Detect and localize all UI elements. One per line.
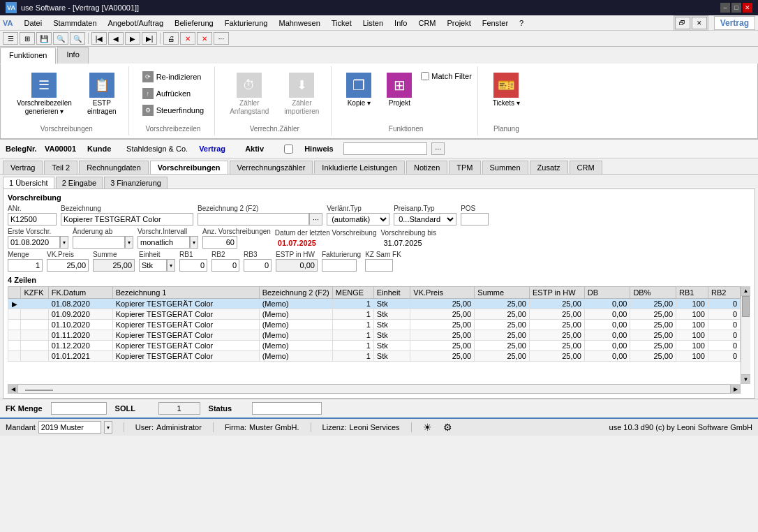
rb1-input[interactable]	[179, 259, 207, 272]
btn-kopie[interactable]: ❐ Kopie ▾	[340, 69, 378, 111]
table-row[interactable]: 01.12.2020 Kopierer TESTGERÄT Color (Mem…	[8, 341, 741, 351]
bezeichnung-input[interactable]	[61, 213, 193, 226]
btn-steuerfindung[interactable]: ⚙ Steuerfindung	[138, 103, 209, 118]
menu-datei[interactable]: Datei	[18, 17, 47, 29]
toolbar-cancel-btn[interactable]: ✕	[197, 32, 212, 45]
menu-fenster[interactable]: Fenster	[477, 17, 514, 29]
anz-vorschreibungen-input[interactable]	[202, 236, 237, 249]
menu-help[interactable]: ?	[514, 17, 529, 29]
btn-vorschreibezeilen[interactable]: ☰ Vorschreibezeilengenerieren ▾	[10, 69, 78, 119]
btn-zaehler-importieren[interactable]: ⬇ Zählerimportieren	[278, 69, 325, 119]
tab-teil2[interactable]: Teil 2	[44, 161, 77, 174]
menu-listen[interactable]: Listen	[357, 17, 389, 29]
subtab-uebersicht[interactable]: 1 Übersicht	[3, 177, 54, 189]
toolbar-search2-btn[interactable]: 🔍	[70, 32, 85, 45]
toolbar-list-btn[interactable]: ☰	[3, 32, 18, 45]
menu-mahnwesen[interactable]: Mahnwesen	[273, 17, 325, 29]
status-input[interactable]	[252, 402, 322, 415]
vorschr-intervall-input[interactable]	[138, 236, 190, 249]
match-filter-checkbox[interactable]: Match Filter	[421, 72, 471, 80]
vorschr-intervall-dropdown[interactable]: ▾	[190, 236, 198, 249]
vscrollbar[interactable]: ▲ ▼	[741, 286, 750, 384]
tab-tpm[interactable]: TPM	[449, 161, 480, 174]
vkpreis-input[interactable]	[47, 259, 89, 272]
kz-sam-fk-input[interactable]	[365, 259, 393, 272]
table-row[interactable]: 01.09.2020 Kopierer TESTGERÄT Color (Mem…	[8, 309, 741, 320]
table-row[interactable]: ▶ 01.08.2020 Kopierer TESTGERÄT Color (M…	[8, 299, 741, 309]
table-row[interactable]: 01.01.2021 Kopierer TESTGERÄT Color (Mem…	[8, 351, 741, 362]
close-button[interactable]: ✕	[743, 3, 752, 13]
menu-stammdaten[interactable]: Stammdaten	[47, 17, 102, 29]
toolbar-save-btn[interactable]: 💾	[36, 32, 52, 45]
tab-summen[interactable]: Summen	[482, 161, 528, 174]
subtab-eingabe[interactable]: 2 Eingabe	[56, 177, 103, 189]
preisanp-typ-select[interactable]: 0...Standard	[394, 213, 456, 226]
vertrag-label[interactable]: Vertrag	[199, 145, 234, 153]
pos-input[interactable]	[461, 213, 489, 226]
match-filter-cb[interactable]	[421, 72, 429, 80]
toolbar-last-btn[interactable]: ▶|	[142, 32, 157, 45]
btn-zaehler-anfang[interactable]: ⏱ ZählerAnfangstand	[223, 69, 275, 119]
einheit-input[interactable]	[139, 259, 167, 272]
btn-aufruecken[interactable]: ↑ Aufrücken	[138, 86, 209, 101]
tab-verrechnungszaehler[interactable]: Verrechnungszähler	[230, 161, 313, 174]
menu-fakturierung[interactable]: Fakturierung	[219, 17, 274, 29]
menu-info[interactable]: Info	[389, 17, 413, 29]
anr-input[interactable]	[8, 213, 57, 226]
bezeichnung2-input[interactable]	[198, 213, 309, 226]
minimize-button[interactable]: –	[720, 3, 730, 13]
tab-zusatz[interactable]: Zusatz	[530, 161, 568, 174]
window-close-button[interactable]: ✕	[692, 17, 707, 29]
verlang-typ-select[interactable]: (automatik)	[327, 213, 389, 226]
btn-tickets[interactable]: 🎫 Tickets ▾	[486, 69, 526, 111]
window-restore-button[interactable]: 🗗	[675, 17, 690, 29]
menu-belieferung[interactable]: Belieferung	[169, 17, 219, 29]
table-row[interactable]: 01.11.2020 Kopierer TESTGERÄT Color (Mem…	[8, 330, 741, 341]
tab-vorschreibungen[interactable]: Vorschreibungen	[150, 161, 228, 174]
hinweis-input[interactable]	[343, 142, 427, 155]
toolbar-more-btn[interactable]: ···	[214, 32, 229, 45]
toolbar-grid-btn[interactable]: ⊞	[20, 32, 35, 45]
einheit-dropdown[interactable]: ▾	[167, 259, 175, 272]
tab-info[interactable]: Info	[57, 47, 88, 64]
btn-projekt[interactable]: ⊞ Projekt	[380, 69, 418, 111]
btn-estp[interactable]: 📋 ESTPeintragen	[81, 69, 123, 119]
menu-ticket[interactable]: Ticket	[326, 17, 357, 29]
menu-crm[interactable]: CRM	[413, 17, 441, 29]
menu-angebot[interactable]: Angebot/Auftrag	[103, 17, 170, 29]
tab-inkludierte[interactable]: Inkludierte Leistungen	[314, 161, 405, 174]
tab-crm[interactable]: CRM	[570, 161, 602, 174]
aenderung-ab-input[interactable]	[73, 236, 125, 249]
erste-vorschr-dropdown[interactable]: ▾	[60, 236, 68, 249]
tab-vertrag[interactable]: Vertrag	[3, 161, 43, 174]
toolbar-prev-btn[interactable]: ◀	[108, 32, 124, 45]
title-controls[interactable]: – □ ✕	[720, 3, 752, 13]
tab-notizen[interactable]: Notizen	[406, 161, 447, 174]
btn-re-indizieren[interactable]: ⟳ Re-indizieren	[138, 69, 209, 84]
menge-input[interactable]	[8, 259, 43, 272]
aktiv-label: Aktiv	[245, 145, 280, 153]
toolbar-first-btn[interactable]: |◀	[91, 32, 107, 45]
subtab-finanzierung[interactable]: 3 Finanzierung	[104, 177, 168, 189]
toolbar-search-btn[interactable]: 🔍	[53, 32, 68, 45]
hscrollbar[interactable]: ◀ ▶	[8, 384, 741, 394]
table-row[interactable]: 01.10.2020 Kopierer TESTGERÄT Color (Mem…	[8, 320, 741, 330]
hinweis-more-btn[interactable]: ···	[431, 142, 445, 155]
rb2-input[interactable]	[211, 259, 239, 272]
toolbar-print-btn[interactable]: 🖨	[163, 32, 179, 45]
fakturierung-input[interactable]	[322, 259, 357, 272]
toolbar-next-btn[interactable]: ▶	[125, 32, 140, 45]
aenderung-ab-dropdown[interactable]: ▾	[125, 236, 133, 249]
mandant-dropdown[interactable]: ▾	[104, 421, 112, 434]
tab-funktionen[interactable]: Funktionen	[0, 47, 56, 64]
maximize-button[interactable]: □	[731, 3, 741, 13]
bezeichnung2-more-btn[interactable]: ···	[309, 213, 322, 226]
mandant-input[interactable]	[38, 421, 101, 434]
rb3-input[interactable]	[244, 259, 272, 272]
fk-menge-input[interactable]	[51, 402, 107, 415]
toolbar-delete-btn[interactable]: ✕	[180, 32, 195, 45]
menu-projekt[interactable]: Projekt	[442, 17, 477, 29]
erste-vorschr-input[interactable]	[8, 236, 60, 249]
tab-rechnungdaten[interactable]: Rechnungdaten	[79, 161, 149, 174]
aktiv-checkbox[interactable]	[284, 145, 293, 154]
